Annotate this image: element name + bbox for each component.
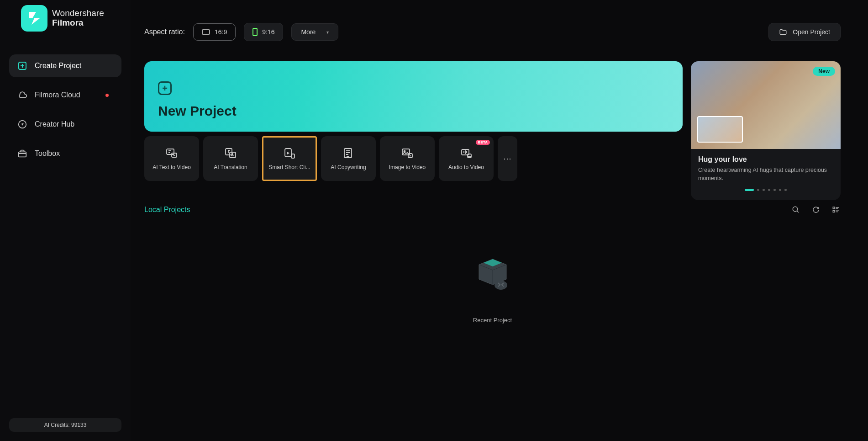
carousel-dot[interactable] xyxy=(773,189,776,191)
list-view-icon[interactable] xyxy=(831,205,841,214)
new-badge: New xyxy=(813,67,835,76)
image-to-video-icon xyxy=(401,147,414,159)
tool-label: AI Translation xyxy=(211,164,250,170)
nav-group: Create Project Filmora Cloud Creator Hub… xyxy=(9,54,121,165)
local-actions xyxy=(791,205,841,214)
promo-body: Hug your love Create heartwarming AI hug… xyxy=(691,149,841,196)
cloud-icon xyxy=(17,90,27,100)
landscape-rect-icon xyxy=(202,29,210,35)
sidebar: Wondershare Filmora Create Project Filmo… xyxy=(0,0,131,441)
tools-row: AI Text to Video AI Translation Smart Sh… xyxy=(144,136,683,181)
carousel-dot[interactable] xyxy=(784,189,787,191)
tool-ai-copywriting[interactable]: AI Copywriting xyxy=(321,136,376,181)
chevron-down-icon: ▾ xyxy=(326,30,329,35)
text-to-video-icon xyxy=(165,147,178,159)
notification-dot-icon xyxy=(105,94,109,97)
app-logo[interactable]: Wondershare Filmora xyxy=(21,5,121,32)
tool-ai-text-to-video[interactable]: AI Text to Video xyxy=(144,136,199,181)
tool-label: AI Copywriting xyxy=(328,164,368,170)
plus-square-icon xyxy=(17,61,27,71)
carousel-dots[interactable] xyxy=(698,189,833,191)
svg-rect-8 xyxy=(291,154,295,158)
search-icon[interactable] xyxy=(791,205,800,214)
tool-label: Smart Short Cli... xyxy=(266,164,313,170)
plus-square-icon: + xyxy=(158,81,172,95)
ratio-label: 9:16 xyxy=(262,28,274,36)
ellipsis-icon: ⋯ xyxy=(503,154,512,164)
open-project-label: Open Project xyxy=(793,28,830,36)
empty-state: Recent Project xyxy=(144,246,841,324)
compass-icon xyxy=(17,119,27,129)
empty-box-icon xyxy=(465,246,520,297)
svg-rect-3 xyxy=(167,149,174,154)
translation-icon xyxy=(224,147,237,159)
sidebar-item-filmora-cloud[interactable]: Filmora Cloud xyxy=(9,84,121,106)
promo-title: Hug your love xyxy=(698,155,833,164)
tool-audio-to-video[interactable]: BETA Audio to Video xyxy=(439,136,494,181)
toolbox-icon xyxy=(17,149,27,159)
tool-label: Image to Video xyxy=(386,164,429,170)
new-project-card[interactable]: + New Project xyxy=(144,61,683,132)
aspect-ratio-more-button[interactable]: More ▾ xyxy=(291,23,338,41)
carousel-dot[interactable] xyxy=(745,189,754,191)
svg-rect-16 xyxy=(833,207,835,209)
main-content: Aspect ratio: 16:9 9:16 More ▾ Open Proj… xyxy=(131,0,868,441)
aspect-ratio-label: Aspect ratio: xyxy=(144,28,185,36)
promo-card[interactable]: New Hug your love Create heartwarming AI… xyxy=(691,61,841,200)
carousel-dot[interactable] xyxy=(779,189,781,191)
aspect-ratio-16-9-button[interactable]: 16:9 xyxy=(193,23,236,41)
copywriting-icon xyxy=(342,147,355,159)
beta-badge: BETA xyxy=(476,140,490,145)
tool-ai-translation[interactable]: AI Translation xyxy=(203,136,258,181)
svg-rect-17 xyxy=(833,211,835,213)
ratio-label: 16:9 xyxy=(215,28,227,36)
ai-credits-pill[interactable]: AI Credits: 99133 xyxy=(9,418,121,432)
local-projects-header: Local Projects xyxy=(144,205,841,214)
refresh-icon[interactable] xyxy=(811,205,821,214)
app-name: Wondershare Filmora xyxy=(52,9,104,28)
carousel-dot[interactable] xyxy=(757,189,759,191)
sidebar-item-toolbox[interactable]: Toolbox xyxy=(9,142,121,165)
empty-state-label: Recent Project xyxy=(473,317,512,324)
carousel-dot[interactable] xyxy=(768,189,770,191)
audio-to-video-icon xyxy=(460,147,473,159)
promo-description: Create heartwarming AI hugs that capture… xyxy=(698,166,833,182)
folder-icon xyxy=(779,28,787,36)
more-label: More xyxy=(301,28,316,36)
aspect-ratio-9-16-button[interactable]: 9:16 xyxy=(244,23,283,41)
svg-point-15 xyxy=(793,207,798,212)
carousel-dot[interactable] xyxy=(763,189,765,191)
local-projects-title: Local Projects xyxy=(144,206,190,214)
promo-image: New xyxy=(691,61,841,149)
sidebar-item-label: Toolbox xyxy=(35,149,60,158)
sidebar-item-label: Create Project xyxy=(35,62,81,70)
portrait-rect-icon xyxy=(253,28,258,36)
topbar: Aspect ratio: 16:9 9:16 More ▾ Open Proj… xyxy=(144,23,841,41)
sidebar-item-create-project[interactable]: Create Project xyxy=(9,54,121,77)
sidebar-item-label: Creator Hub xyxy=(35,120,74,128)
new-project-title: New Project xyxy=(158,103,669,119)
filmora-logo-icon xyxy=(21,5,47,32)
open-project-button[interactable]: Open Project xyxy=(768,23,841,41)
sidebar-item-creator-hub[interactable]: Creator Hub xyxy=(9,113,121,136)
svg-point-18 xyxy=(494,281,507,290)
tool-more-button[interactable]: ⋯ xyxy=(498,136,517,181)
hero-row: + New Project AI Text to Video AI Transl… xyxy=(144,61,841,200)
short-clips-icon xyxy=(283,147,296,159)
tool-label: Audio to Video xyxy=(446,164,487,170)
tool-smart-short-clips[interactable]: Smart Short Cli... xyxy=(262,136,317,181)
sidebar-item-label: Filmora Cloud xyxy=(35,91,80,99)
svg-rect-2 xyxy=(19,152,26,157)
tool-label: AI Text to Video xyxy=(150,164,194,170)
tool-image-to-video[interactable]: Image to Video xyxy=(380,136,435,181)
